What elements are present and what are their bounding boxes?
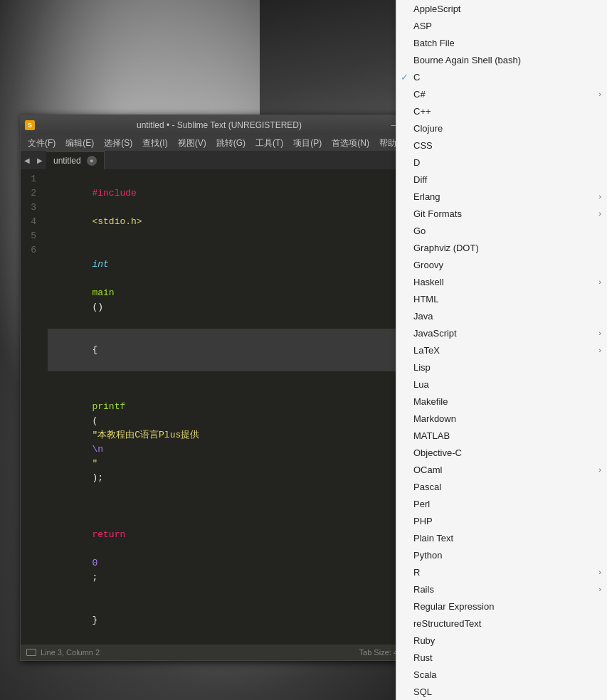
menu-option-applescript[interactable]: AppleScript	[396, 0, 607, 17]
menu-option-label: Python	[413, 550, 442, 561]
tab-close-button[interactable]: ●	[87, 156, 97, 166]
menu-project[interactable]: 项目(P)	[289, 136, 326, 151]
menu-option-label: ASP	[413, 21, 432, 31]
menu-option-erlang[interactable]: Erlang›	[396, 188, 607, 205]
menu-select[interactable]: 选择(S)	[100, 136, 137, 151]
type-keyword: int	[92, 259, 108, 270]
include-keyword: #include	[92, 188, 136, 198]
submenu-arrow-icon: ›	[598, 329, 601, 337]
menu-tools[interactable]: 工具(T)	[251, 136, 287, 151]
menu-option-javascript[interactable]: JavaScript›	[396, 324, 607, 341]
menu-option-diff[interactable]: Diff	[396, 171, 607, 188]
menu-option-clojure[interactable]: Clojure	[396, 120, 607, 137]
menu-option-rails[interactable]: Rails›	[396, 580, 607, 598]
submenu-arrow-icon: ›	[598, 465, 601, 474]
status-left: Line 3, Column 2	[26, 648, 100, 657]
string-end: "	[92, 458, 97, 469]
menu-option-sql[interactable]: SQL	[396, 683, 607, 700]
menu-option-label: R	[413, 567, 420, 578]
menu-option-pascal[interactable]: Pascal	[396, 478, 607, 495]
menu-option-label: Regular Expression	[413, 601, 494, 612]
open-brace: {	[92, 344, 97, 355]
menu-option-python[interactable]: Python	[396, 546, 607, 563]
screen-icon	[26, 649, 36, 656]
menu-option-haskell[interactable]: Haskell›	[396, 273, 607, 290]
menu-file[interactable]: 文件(F)	[23, 136, 60, 151]
menu-option-latex[interactable]: LaTeX›	[396, 341, 607, 359]
submenu-arrow-icon: ›	[598, 90, 601, 98]
line-num-5: 5	[26, 229, 36, 243]
menu-goto[interactable]: 跳转(G)	[212, 136, 250, 151]
menu-option-ruby[interactable]: Ruby	[396, 632, 607, 649]
return-keyword: return	[92, 529, 125, 540]
menu-option-perl[interactable]: Perl	[396, 495, 607, 512]
menu-option-label: Graphviz (DOT)	[413, 243, 479, 253]
menu-option-rust[interactable]: Rust	[396, 649, 607, 666]
line-numbers: 1 2 3 4 5 6	[21, 169, 42, 645]
menu-option-label: JavaScript	[413, 328, 457, 339]
menu-option-batch-file[interactable]: Batch File	[396, 34, 607, 51]
menu-option-d[interactable]: D	[396, 154, 607, 171]
app-icon: S	[25, 120, 35, 130]
menu-option-ocaml[interactable]: OCaml›	[396, 461, 607, 478]
tab-nav-right[interactable]: ▶	[33, 151, 46, 169]
func-name: main	[92, 287, 114, 298]
menu-option-label: Clojure	[413, 123, 443, 134]
menu-option-label: Rails	[413, 584, 434, 595]
tab-item[interactable]: untitled ●	[46, 151, 105, 169]
status-bar: Line 3, Column 2 Tab Size: 4	[21, 645, 403, 660]
menu-option-c[interactable]: C	[396, 68, 607, 85]
menu-option-regular-expression[interactable]: Regular Expression	[396, 598, 607, 615]
menu-option-makefile[interactable]: Makefile	[396, 393, 607, 410]
menu-option-label: Ruby	[413, 635, 435, 646]
menu-find[interactable]: 查找(I)	[138, 136, 171, 151]
menu-option-php[interactable]: PHP	[396, 512, 607, 529]
menu-option-git-formats[interactable]: Git Formats›	[396, 205, 607, 222]
menu-option-matlab[interactable]: MATLAB	[396, 427, 607, 444]
menu-option-c--[interactable]: C++	[396, 102, 607, 120]
menu-preferences[interactable]: 首选项(N)	[327, 136, 374, 151]
menu-option-asp[interactable]: ASP	[396, 17, 607, 34]
return-value: 0	[92, 558, 97, 568]
code-line-2: int main ()	[48, 243, 398, 329]
menu-option-css[interactable]: CSS	[396, 137, 607, 154]
submenu-arrow-icon: ›	[598, 568, 601, 576]
menu-option-markdown[interactable]: Markdown	[396, 410, 607, 427]
menu-option-label: Go	[413, 226, 426, 236]
code-content[interactable]: #include <stdio.h> int main () { printf …	[42, 169, 403, 645]
tab-nav-left[interactable]: ◀	[21, 151, 33, 169]
submenu-arrow-icon: ›	[598, 585, 601, 593]
menu-option-label: Diff	[413, 174, 427, 185]
header-name: <stdio.h>	[92, 216, 142, 227]
printf-call: printf	[92, 401, 125, 412]
code-line-1: #include <stdio.h>	[48, 172, 398, 243]
menu-option-lua[interactable]: Lua	[396, 376, 607, 393]
menu-option-plain-text[interactable]: Plain Text	[396, 529, 607, 546]
menu-option-groovy[interactable]: Groovy	[396, 256, 607, 273]
menu-option-go[interactable]: Go	[396, 222, 607, 239]
tab-label: untitled	[53, 156, 81, 166]
submenu-arrow-icon: ›	[598, 192, 601, 201]
code-line-3: {	[48, 329, 398, 371]
menu-view[interactable]: 视图(V)	[174, 136, 211, 151]
tab-bar: ◀ ▶ untitled ●	[21, 151, 403, 169]
menu-option-r[interactable]: R›	[396, 563, 607, 580]
code-editor[interactable]: 1 2 3 4 5 6 #include <stdio.h> int main …	[21, 169, 403, 645]
menu-option-bourne-again-shell--bash-[interactable]: Bourne Again Shell (bash)	[396, 51, 607, 68]
line-num-4: 4	[26, 215, 36, 229]
menu-option-objective-c[interactable]: Objective-C	[396, 444, 607, 461]
window-title: untitled • - Sublime Text (UNREGISTERED)	[39, 120, 399, 130]
line-num-1: 1	[26, 172, 36, 186]
menu-option-scala[interactable]: Scala	[396, 666, 607, 683]
menu-option-label: MATLAB	[413, 430, 450, 441]
menu-option-java[interactable]: Java	[396, 307, 607, 324]
menu-edit[interactable]: 编辑(E)	[61, 136, 98, 151]
menu-option-restructuredtext[interactable]: reStructuredText	[396, 615, 607, 632]
menu-option-graphviz--dot-[interactable]: Graphviz (DOT)	[396, 239, 607, 256]
menu-option-label: HTML	[413, 294, 438, 304]
code-line-4: printf ( "本教程由C语言Plus提供 \n " );	[48, 371, 398, 499]
menu-option-html[interactable]: HTML	[396, 290, 607, 307]
close-brace: }	[92, 615, 97, 625]
menu-option-c-[interactable]: C#›	[396, 85, 607, 102]
menu-option-lisp[interactable]: Lisp	[396, 359, 607, 376]
